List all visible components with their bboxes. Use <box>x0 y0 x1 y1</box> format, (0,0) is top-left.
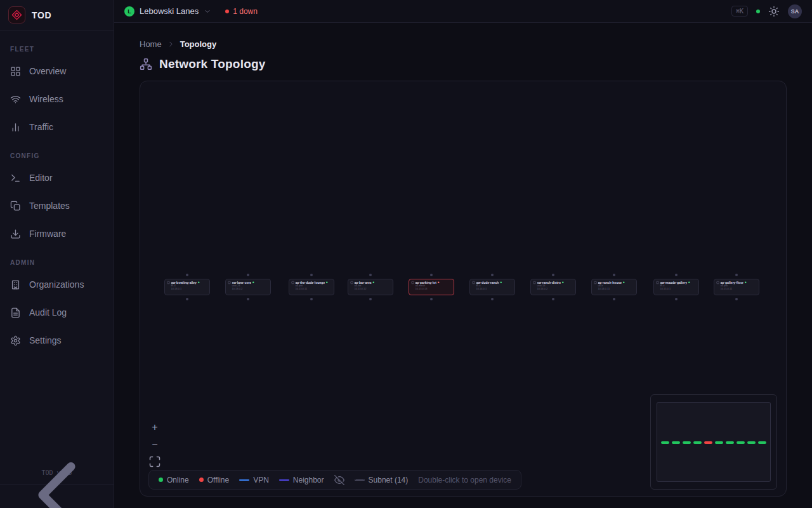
copy-icon <box>10 201 21 211</box>
down-alert[interactable]: 1 down <box>225 7 258 16</box>
content: Home Topology Network Topology gw-bowlin… <box>114 23 812 508</box>
bar-chart-icon <box>10 122 21 133</box>
sidebar-item-label: Wireless <box>29 94 63 104</box>
link-handle-top <box>491 274 494 276</box>
user-avatar[interactable]: SA <box>788 4 802 18</box>
link-handle-bottom <box>186 298 188 300</box>
sidebar-item-firmware[interactable]: Firmware <box>0 220 114 248</box>
sidebar-nav: FLEETOverviewWirelessTrafficCONFIGEditor… <box>0 30 114 464</box>
topology-node-ap-the-dude-lounge[interactable]: ap-the-dude-loungeu6-pro10.13.0.11 <box>289 279 334 295</box>
topology-node-gw-bowling-alley[interactable]: gw-bowling-alleyer-410.13.0.1 <box>164 279 210 295</box>
status-dot-icon <box>326 282 328 284</box>
sidebar-item-overview[interactable]: Overview <box>0 57 114 85</box>
legend-subnet-label: Subnet (14) <box>369 476 409 485</box>
topbar-right: ⌘K SA <box>731 4 802 18</box>
device-icon <box>412 281 414 284</box>
node-body: gw-bowling-alleyer-410.13.0.1 <box>165 279 211 296</box>
wifi-icon <box>10 94 21 105</box>
sidebar-item-label: Overview <box>29 66 66 76</box>
status-dot-icon <box>198 282 200 284</box>
sidebar-item-editor[interactable]: Editor <box>0 164 114 192</box>
device-icon <box>228 281 231 284</box>
page-title: Network Topology <box>159 57 266 71</box>
topology-node-ap-ranch-house[interactable]: ap-ranch-houseu6-lr10.14.0.11 <box>591 279 637 295</box>
device-ip: 10.13.0.11 <box>292 288 333 291</box>
sidebar-item-label: Templates <box>29 201 70 211</box>
topology-node-ap-parking-lot[interactable]: ap-parking-lotu6-mesh10.13.0.13 <box>409 279 454 295</box>
sidebar-item-wireless[interactable]: Wireless <box>0 85 114 113</box>
app-name: TOD <box>32 10 51 20</box>
topology-node-gw-dude-ranch[interactable]: gw-dude-rancher-x10.14.0.1 <box>469 279 515 295</box>
legend-offline: Offline <box>199 476 229 485</box>
sidebar-item-audit-log[interactable]: Audit Log <box>0 298 114 326</box>
legend-subnet: Subnet (14) <box>355 476 409 485</box>
minimap-node <box>758 441 766 444</box>
node-body: sw-lane-coreusw-2410.13.0.2 <box>226 279 272 296</box>
topology-node-ap-gallery-floor[interactable]: ap-gallery-flooru6-pro10.15.0.11 <box>714 279 759 295</box>
chevron-left-icon <box>0 438 114 508</box>
link-handle-bottom <box>675 298 678 300</box>
minimap[interactable] <box>650 394 777 490</box>
device-ip: 10.13.0.12 <box>351 288 392 291</box>
sidebar-item-organizations[interactable]: Organizations <box>0 271 114 298</box>
terminal-icon <box>10 173 21 184</box>
minimap-node <box>683 441 691 444</box>
link-handle-top <box>735 274 738 276</box>
device-ip: 10.14.0.1 <box>473 288 514 291</box>
topology-node-sw-ranch-distro[interactable]: sw-ranch-distrousw-1610.14.0.2 <box>530 279 576 295</box>
topology-node-ap-bar-area[interactable]: ap-bar-areau6-lite10.13.0.12 <box>348 279 393 295</box>
breadcrumb: Home Topology <box>140 39 787 49</box>
minimap-node <box>715 441 723 444</box>
sidebar-item-label: Traffic <box>29 122 53 132</box>
topology-canvas[interactable]: gw-bowling-alleyer-410.13.0.1sw-lane-cor… <box>140 81 787 497</box>
command-palette-shortcut[interactable]: ⌘K <box>731 6 748 17</box>
offline-dot-icon <box>225 10 229 13</box>
gear-icon <box>10 335 21 346</box>
sidebar-item-settings[interactable]: Settings <box>0 326 114 354</box>
legend-vpn-label: VPN <box>253 476 269 485</box>
topology-node-gw-maude-gallery[interactable]: gw-maude-galleryer-x10.15.0.1 <box>653 279 699 295</box>
device-icon <box>717 281 719 284</box>
theme-toggle-button[interactable] <box>768 6 780 17</box>
org-avatar: L <box>124 6 134 17</box>
zoom-controls: + − <box>148 421 161 468</box>
link-handle-top <box>430 274 433 276</box>
status-dot-icon <box>252 282 254 284</box>
topology-node-sw-lane-core[interactable]: sw-lane-coreusw-2410.13.0.2 <box>225 279 271 295</box>
org-selector[interactable]: L Lebowski Lanes <box>124 6 211 17</box>
minimap-nodes <box>661 441 766 444</box>
network-icon <box>140 58 152 70</box>
link-handle-top <box>186 274 188 276</box>
legend-neighbor: Neighbor <box>279 476 324 485</box>
zoom-in-button[interactable]: + <box>148 421 161 434</box>
toggle-subnet-visibility-button[interactable] <box>334 475 344 485</box>
device-icon <box>534 281 536 284</box>
sidebar-header: TOD <box>0 0 114 30</box>
sidebar-item-label: Organizations <box>29 279 84 290</box>
connection-status-dot <box>756 10 760 13</box>
sidebar-item-traffic[interactable]: Traffic <box>0 113 114 141</box>
link-handle-bottom <box>247 298 249 300</box>
link-handle-bottom <box>369 298 372 300</box>
minimap-node <box>672 441 680 444</box>
sidebar-item-label: Editor <box>29 173 53 183</box>
link-handle-top <box>369 274 372 276</box>
zoom-out-button[interactable]: − <box>148 438 161 451</box>
online-dot-icon <box>159 478 163 482</box>
sidebar-collapse-button[interactable] <box>0 484 114 508</box>
node-body: ap-parking-lotu6-mesh10.13.0.13 <box>409 279 455 296</box>
nav-section-label: ADMIN <box>0 248 114 271</box>
minimap-node <box>661 441 669 444</box>
app-logo-icon <box>8 6 25 23</box>
device-icon <box>292 281 294 284</box>
fit-view-button[interactable] <box>148 455 161 468</box>
sidebar-item-templates[interactable]: Templates <box>0 192 114 220</box>
file-text-icon <box>10 307 21 318</box>
topbar: L Lebowski Lanes 1 down ⌘K SA <box>114 0 812 23</box>
chevron-right-icon <box>167 40 175 48</box>
link-handle-bottom <box>552 298 554 300</box>
status-dot-icon <box>688 282 690 284</box>
minimap-node <box>693 441 702 444</box>
breadcrumb-home-link[interactable]: Home <box>140 39 162 49</box>
device-icon <box>473 281 475 284</box>
